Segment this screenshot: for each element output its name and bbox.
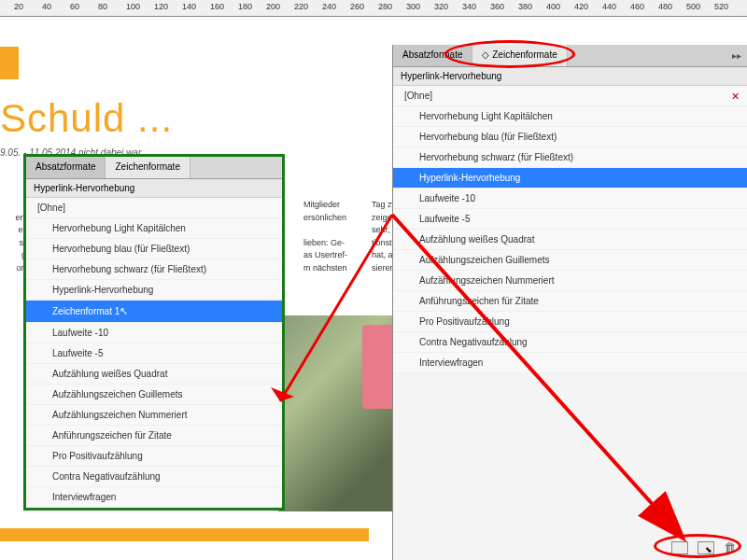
style-item[interactable]: Hervorhebung Light Kapitälchen [26,218,282,239]
panel-footer: ⬊ 🗑 [671,540,736,554]
style-item[interactable]: Hervorhebung Light Kapitälchen [393,106,747,127]
panel-tabs: Absatzformate Zeichenformate [26,157,282,179]
style-item[interactable]: Hervorhebung schwarz (für Fließtext) [26,259,282,280]
style-item[interactable]: Hervorhebung blau (für Fließtext) [26,239,282,259]
updown-icon: ◇ [482,49,489,60]
style-item[interactable]: Hyperlink-Hervorhebung [393,168,747,189]
ruler-tick: 400 [546,2,560,11]
footer-accent-bar [0,528,369,541]
ruler-tick: 100 [126,2,140,11]
body-column-mid: Mitglieder ersönlichen lieben: Ge- as Us… [303,199,369,274]
ruler-tick: 320 [434,2,448,11]
ruler-tick: 460 [630,2,644,11]
tab-paragraph-styles[interactable]: Absatzformate [26,157,106,178]
ruler-tick: 260 [350,2,364,11]
trash-icon[interactable]: 🗑 [724,540,736,554]
ruler-tick: 20 [14,2,23,11]
cursor-icon: ↖ [120,305,128,316]
style-item[interactable]: Aufzählungszeichen Nummeriert [26,405,282,426]
style-item[interactable]: Hyperlink-Hervorhebung [26,280,282,301]
tab-character-styles[interactable]: Zeichenformate [106,157,190,178]
ruler-tick: 220 [294,2,308,11]
style-item[interactable]: Interviewfragen [393,353,747,373]
style-item[interactable]: [Ohne]✕ [393,86,747,106]
style-item[interactable]: Zeichenformat 1↖ [26,301,282,323]
ruler-tick: 300 [406,2,420,11]
style-list: [Ohne]✕Hervorhebung Light KapitälchenHer… [393,86,747,373]
style-item[interactable]: Hervorhebung blau (für Fließtext) [393,127,747,147]
style-item[interactable]: Aufzählungszeichen Nummeriert [393,271,747,291]
ruler-tick: 40 [42,2,51,11]
tab-character-styles[interactable]: ◇ Zeichenformate [472,45,567,66]
ruler-tick: 120 [154,2,168,11]
style-item[interactable]: Aufzählungszeichen Guillemets [26,385,282,405]
style-item[interactable]: Interviewfragen [26,487,282,508]
character-styles-panel-docked: Absatzformate ◇ Zeichenformate ▸▸ Hyperl… [392,45,747,560]
panel-menu-icon[interactable]: ▸▸ [732,50,741,61]
style-item[interactable]: Laufweite -10 [393,189,747,209]
ruler-tick: 380 [518,2,532,11]
tab-label: Zeichenformate [492,49,557,60]
page-heading: Schuld ... [0,96,173,141]
ruler-tick: 360 [490,2,504,11]
style-item[interactable]: Laufweite -10 [26,323,282,343]
ruler-tick: 500 [686,2,700,11]
ruler-tick: 280 [378,2,392,11]
style-item[interactable]: Laufweite -5 [393,209,747,230]
panel-tabs: Absatzformate ◇ Zeichenformate ▸▸ [393,45,747,67]
new-style-icon[interactable]: ⬊ [698,541,714,554]
style-item[interactable]: Pro Positivaufzählung [393,312,747,332]
applied-style-status: Hyperlink-Hervorhebung [393,67,747,86]
style-item[interactable]: [Ohne] [26,198,282,218]
ruler-tick: 180 [238,2,252,11]
ruler-tick: 140 [182,2,196,11]
ruler-tick: 440 [602,2,616,11]
style-list: [Ohne]Hervorhebung Light KapitälchenHerv… [26,198,282,508]
character-styles-panel-floating: Absatzformate Zeichenformate Hyperlink-H… [23,154,285,511]
style-item[interactable]: Anführungszeichen für Zitate [26,426,282,446]
ruler-tick: 240 [322,2,336,11]
clear-override-icon[interactable]: ✕ [731,91,740,103]
ruler-tick: 80 [98,2,107,11]
style-item[interactable]: Anführungszeichen für Zitate [393,291,747,312]
ruler-tick: 60 [70,2,79,11]
ruler-tick: 420 [574,2,588,11]
style-item[interactable]: Aufzählung weißes Quadrat [393,230,747,250]
accent-bar [0,47,19,79]
style-item[interactable]: Laufweite -5 [26,343,282,364]
style-item[interactable]: Contra Negativaufzählung [26,467,282,487]
new-folder-icon[interactable] [671,541,688,554]
style-item[interactable]: Pro Positivaufzählung [26,446,282,467]
ruler-tick: 160 [210,2,224,11]
style-item[interactable]: Aufzählungszeichen Guillemets [393,250,747,271]
ruler-tick: 340 [462,2,476,11]
style-item[interactable]: Aufzählung weißes Quadrat [26,364,282,385]
style-item[interactable]: Contra Negativaufzählung [393,332,747,353]
tab-paragraph-styles[interactable]: Absatzformate [393,45,472,66]
horizontal-ruler: 2040608010012014016018020022024026028030… [0,0,747,17]
style-item[interactable]: Hervorhebung schwarz (für Fließtext) [393,147,747,168]
ruler-tick: 520 [714,2,728,11]
ruler-tick: 200 [266,2,280,11]
ruler-tick: 480 [658,2,672,11]
applied-style-status: Hyperlink-Hervorhebung [26,179,282,198]
